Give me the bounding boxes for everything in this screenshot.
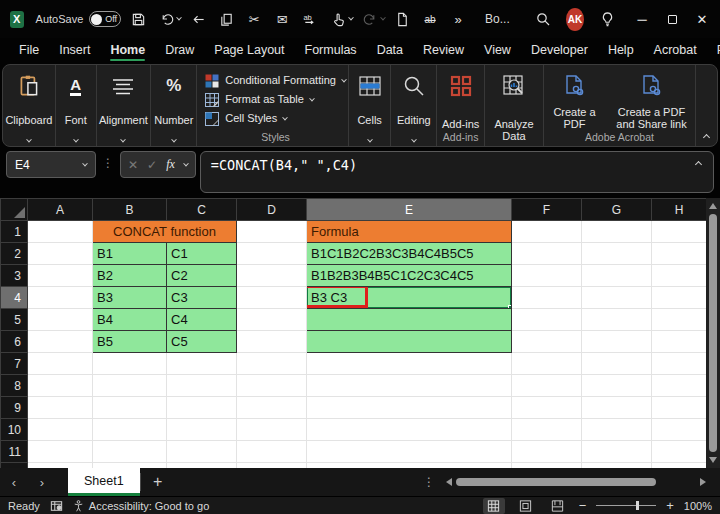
column-header-h[interactable]: H	[652, 199, 707, 221]
cell-b5[interactable]: B4	[93, 309, 167, 331]
cell[interactable]	[93, 375, 167, 397]
email-button[interactable]: ✉	[271, 7, 293, 31]
cell[interactable]	[582, 419, 652, 441]
cell[interactable]	[652, 419, 707, 441]
row-header-6[interactable]: 6	[1, 331, 28, 353]
cell[interactable]	[512, 419, 582, 441]
cell-a3[interactable]	[28, 265, 93, 287]
undo-button[interactable]	[155, 7, 181, 31]
cell[interactable]	[512, 441, 582, 463]
cell-d5[interactable]	[237, 309, 307, 331]
macro-record-button[interactable]	[50, 500, 63, 512]
next-sheet-button[interactable]: ›	[28, 475, 56, 490]
cell[interactable]	[28, 441, 93, 463]
name-box[interactable]: E4	[6, 151, 96, 178]
close-button[interactable]: ✕	[690, 5, 714, 33]
row-header-2[interactable]: 2	[1, 243, 28, 265]
zoom-out-button[interactable]: −	[579, 498, 587, 513]
cell-h1[interactable]	[652, 221, 707, 243]
cell[interactable]	[512, 397, 582, 419]
cell[interactable]	[582, 375, 652, 397]
cell-a2[interactable]	[28, 243, 93, 265]
cell-g1[interactable]	[582, 221, 652, 243]
conditional-formatting-button[interactable]: Conditional Formatting	[205, 71, 346, 90]
addins-button[interactable]: Add-ins	[442, 71, 479, 131]
cell-h3[interactable]	[652, 265, 707, 287]
cell-f6[interactable]	[512, 331, 582, 353]
enter-formula-button[interactable]: ✓	[147, 158, 157, 172]
copy-button[interactable]	[215, 7, 237, 31]
tab-power-pivot[interactable]: Power Pivot	[708, 40, 720, 62]
cell[interactable]	[307, 441, 512, 463]
cell-c6[interactable]: C5	[167, 331, 237, 353]
toolbar-overflow-button[interactable]: »	[447, 7, 469, 31]
scroll-up-icon[interactable]	[709, 203, 717, 209]
row-header-7[interactable]: 7	[1, 353, 28, 375]
cell-f5[interactable]	[512, 309, 582, 331]
cell-f2[interactable]	[512, 243, 582, 265]
cell[interactable]	[307, 353, 512, 375]
cell[interactable]	[167, 353, 237, 375]
new-file-button[interactable]	[391, 7, 413, 31]
tab-data[interactable]: Data	[368, 40, 412, 62]
cell[interactable]	[93, 419, 167, 441]
vertical-scroll-thumb[interactable]	[709, 214, 717, 452]
cell-b2[interactable]: B1	[93, 243, 167, 265]
tab-formulas[interactable]: Formulas	[296, 40, 366, 62]
autosave-toggle[interactable]: Off	[89, 11, 121, 27]
zoom-in-button[interactable]: +	[666, 498, 674, 513]
cell[interactable]	[237, 353, 307, 375]
fill-handle[interactable]	[508, 305, 512, 309]
tab-insert[interactable]: Insert	[50, 40, 99, 62]
column-header-a[interactable]: A	[28, 199, 93, 221]
clipboard-group[interactable]: Clipboard	[3, 65, 56, 146]
tab-acrobat[interactable]: Acrobat	[645, 40, 706, 62]
tab-view[interactable]: View	[475, 40, 520, 62]
tab-options-icon[interactable]: ⋮	[423, 475, 436, 489]
zoom-level[interactable]: 100%	[684, 500, 712, 512]
cell[interactable]	[93, 353, 167, 375]
cell-c5[interactable]: C4	[167, 309, 237, 331]
cell-h2[interactable]	[652, 243, 707, 265]
cell-c3[interactable]: C2	[167, 265, 237, 287]
cancel-formula-button[interactable]: ✕	[128, 158, 138, 172]
cell-styles-button[interactable]: Cell Styles	[205, 109, 287, 128]
cell-e2[interactable]: B1C1B2C2B3C3B4C4B5C5	[307, 243, 512, 265]
cell-e1[interactable]: Formula	[307, 221, 512, 243]
zoom-slider[interactable]	[596, 505, 656, 506]
select-all-button[interactable]	[1, 199, 28, 221]
vertical-scrollbar[interactable]	[706, 198, 720, 468]
strikethrough-button[interactable]: ab	[419, 7, 441, 31]
accessibility-status[interactable]: Accessibility: Good to go	[73, 500, 209, 512]
whats-new-button[interactable]	[596, 7, 618, 31]
cell-g5[interactable]	[582, 309, 652, 331]
column-header-b[interactable]: B	[93, 199, 167, 221]
cell[interactable]	[28, 375, 93, 397]
cell-g4[interactable]	[582, 287, 652, 309]
cell[interactable]	[167, 419, 237, 441]
cell-d2[interactable]	[237, 243, 307, 265]
sheet-tab-sheet1[interactable]: Sheet1	[68, 468, 140, 496]
row-header-5[interactable]: 5	[1, 309, 28, 331]
cell[interactable]	[28, 397, 93, 419]
format-as-table-button[interactable]: Format as Table	[205, 90, 314, 109]
cell-h5[interactable]	[652, 309, 707, 331]
column-header-f[interactable]: F	[512, 199, 582, 221]
add-sheet-button[interactable]: +	[141, 473, 175, 491]
zoom-slider-thumb[interactable]	[636, 501, 639, 510]
cell-h6[interactable]	[652, 331, 707, 353]
column-header-g[interactable]: G	[582, 199, 652, 221]
cell-d3[interactable]	[237, 265, 307, 287]
cell[interactable]	[167, 375, 237, 397]
cell[interactable]	[652, 375, 707, 397]
cell-b1-merged[interactable]: CONCAT function	[93, 221, 237, 243]
collapse-formula-bar-icon[interactable]	[695, 161, 702, 168]
insert-function-button[interactable]: fx	[166, 157, 175, 172]
cell[interactable]	[28, 353, 93, 375]
collapse-ribbon-button[interactable]	[696, 65, 717, 146]
cut-button[interactable]: ✂	[243, 7, 265, 31]
cell-a6[interactable]	[28, 331, 93, 353]
cell-c4[interactable]: C3	[167, 287, 237, 309]
horizontal-scroll-thumb[interactable]	[456, 478, 656, 486]
tab-help[interactable]: Help	[599, 40, 643, 62]
